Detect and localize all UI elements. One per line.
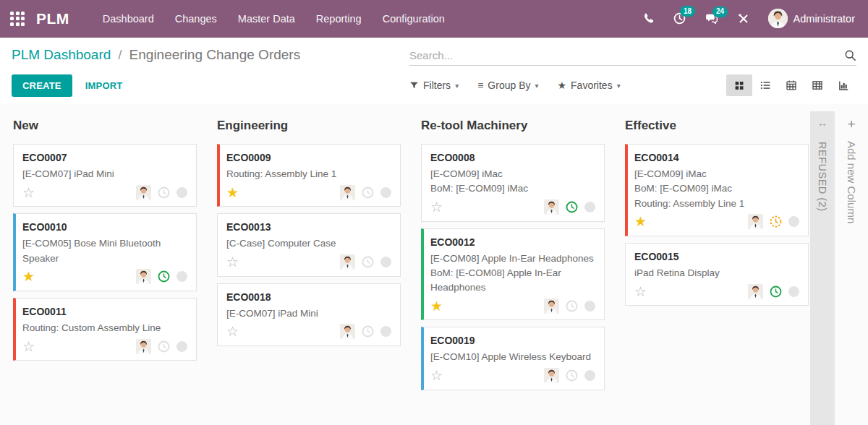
kanban-state-icon[interactable] <box>584 370 595 381</box>
activity-clock-icon[interactable] <box>566 369 578 382</box>
breadcrumb-parent[interactable]: PLM Dashboard <box>12 47 111 63</box>
app-name[interactable]: PLM <box>36 10 69 27</box>
activity-clock-icon[interactable] <box>158 270 170 283</box>
user-menu[interactable]: Administrator <box>768 9 855 28</box>
kanban-card[interactable]: ECO0011 Routing: Custom Assembly Line ☆ <box>13 298 197 361</box>
card-number: ECO0009 <box>226 152 391 163</box>
view-list-button[interactable] <box>752 74 778 96</box>
card-line: BoM: [E-COM09] iMac <box>430 181 595 196</box>
kanban-state-icon[interactable] <box>176 341 187 352</box>
kanban-card[interactable]: ECO0012 [E-COM08] Apple In-Ear Headphone… <box>421 228 605 321</box>
column-title[interactable]: Engineering <box>217 119 401 133</box>
column-title[interactable]: Re-tool Machinery <box>421 119 605 133</box>
activity-clock-icon[interactable] <box>566 201 578 213</box>
card-number: ECO0011 <box>22 306 187 317</box>
phone-icon[interactable] <box>642 12 655 25</box>
menu-item-dashboard[interactable]: Dashboard <box>103 13 154 25</box>
activity-clock-icon[interactable] <box>770 286 782 298</box>
bar-chart-icon <box>838 80 849 91</box>
kanban-card[interactable]: ECO0014 [E-COM09] iMacBoM: [E-COM09] iMa… <box>625 144 809 236</box>
favorite-star-icon[interactable]: ☆ <box>430 200 443 214</box>
view-graph-button[interactable] <box>830 74 856 96</box>
kanban-state-icon[interactable] <box>380 326 391 337</box>
collapsed-column-title: REFUSED (2) <box>817 142 828 212</box>
assignee-avatar <box>544 299 559 314</box>
favorite-star-icon[interactable]: ★ <box>22 270 35 283</box>
star-icon: ★ <box>558 80 567 91</box>
card-line: [E-COM05] Bose Mini Bluetooth Speaker <box>22 236 187 266</box>
favorite-star-icon[interactable]: ☆ <box>22 340 35 353</box>
menu-item-master-data[interactable]: Master Data <box>238 13 295 25</box>
activity-clock-icon[interactable] <box>362 186 374 199</box>
unfold-icon: ↔ <box>817 117 827 129</box>
column-title[interactable]: Effective <box>625 119 809 133</box>
favorite-star-icon[interactable]: ☆ <box>226 325 239 338</box>
kanban-state-icon[interactable] <box>380 187 391 198</box>
menu-item-reporting[interactable]: Reporting <box>316 13 362 25</box>
favorite-star-icon[interactable]: ☆ <box>226 255 239 269</box>
favorite-star-icon[interactable]: ☆ <box>22 186 35 199</box>
kanban-state-icon[interactable] <box>584 301 595 312</box>
menu-item-configuration[interactable]: Configuration <box>383 13 445 25</box>
assignee-avatar <box>748 284 763 299</box>
chevron-down-icon: ▾ <box>455 82 459 90</box>
kanban-state-icon[interactable] <box>176 187 187 198</box>
top-navbar: PLM Dashboard Changes Master Data Report… <box>0 0 868 38</box>
create-button[interactable]: CREATE <box>12 74 72 97</box>
kanban-card[interactable]: ECO0008 [E-COM09] iMacBoM: [E-COM09] iMa… <box>421 144 605 222</box>
card-footer: ★ <box>22 268 187 286</box>
card-body: iPad Retina Display <box>634 266 799 280</box>
tools-icon[interactable] <box>737 12 750 25</box>
activity-clock-icon[interactable] <box>158 186 170 199</box>
import-button[interactable]: IMPORT <box>81 74 127 97</box>
assignee-avatar <box>136 339 151 354</box>
column-title[interactable]: New <box>13 119 197 133</box>
add-new-column-button[interactable]: + Add new Column <box>835 104 868 425</box>
kanban-card[interactable]: ECO0015 iPad Retina Display ☆ <box>625 243 809 306</box>
pivot-icon <box>812 80 823 91</box>
search-input[interactable] <box>409 49 844 61</box>
kanban-state-icon[interactable] <box>788 216 799 227</box>
apps-menu-icon[interactable] <box>10 12 25 26</box>
kanban-state-icon[interactable] <box>584 202 595 212</box>
favorite-star-icon[interactable]: ★ <box>634 215 647 228</box>
favorite-star-icon[interactable]: ★ <box>430 299 443 313</box>
toolbar: CREATE IMPORT Filters ▾ ≡ Group By ▾ ★ F… <box>0 72 868 104</box>
card-body: Routing: Custom Assembly Line <box>22 321 187 335</box>
favorite-star-icon[interactable]: ★ <box>226 186 239 199</box>
kanban-card[interactable]: ECO0013 [C-Case] Computer Case ☆ <box>217 213 401 276</box>
breadcrumb-current: Engineering Change Orders <box>129 47 301 63</box>
kanban-card[interactable]: ECO0018 [E-COM07] iPad Mini ☆ <box>217 283 401 346</box>
favorite-star-icon[interactable]: ☆ <box>634 285 647 299</box>
kanban-state-icon[interactable] <box>176 271 187 282</box>
activity-clock-icon[interactable] <box>362 256 374 268</box>
group-by-dropdown[interactable]: ≡ Group By ▾ <box>477 80 538 91</box>
kanban-state-icon[interactable] <box>788 286 799 297</box>
favorites-dropdown[interactable]: ★ Favorites ▾ <box>558 80 621 91</box>
activity-clock-icon[interactable] <box>566 300 578 312</box>
view-pivot-button[interactable] <box>804 74 830 96</box>
user-name: Administrator <box>793 13 855 25</box>
kanban-card[interactable]: ECO0007 [E-COM07] iPad Mini ☆ <box>13 144 197 207</box>
view-calendar-button[interactable] <box>778 74 804 96</box>
card-body: Routing: Assembly Line 1 <box>226 167 391 181</box>
activity-clock-icon[interactable] <box>362 325 374 338</box>
view-kanban-button[interactable] <box>726 74 752 96</box>
search-options: Filters ▾ ≡ Group By ▾ ★ Favorites ▾ <box>409 80 621 91</box>
favorite-star-icon[interactable]: ☆ <box>430 369 443 382</box>
kanban-card[interactable]: ECO0010 [E-COM05] Bose Mini Bluetooth Sp… <box>13 213 197 291</box>
search-icon[interactable] <box>844 49 856 61</box>
activity-clock-icon[interactable] <box>770 215 782 228</box>
card-footer: ★ <box>226 184 391 201</box>
messages-icon[interactable]: 24 <box>705 12 719 25</box>
assignee-avatar <box>136 185 151 200</box>
kanban-state-icon[interactable] <box>380 257 391 267</box>
activity-clock-icon[interactable] <box>158 340 170 353</box>
kanban-card[interactable]: ECO0019 [E-COM10] Apple Wireless Keyboar… <box>421 327 605 390</box>
menu-item-changes[interactable]: Changes <box>175 13 217 25</box>
activities-icon[interactable]: 18 <box>673 12 686 25</box>
filters-dropdown[interactable]: Filters ▾ <box>409 80 459 91</box>
assignee-avatar <box>544 199 559 215</box>
kanban-card[interactable]: ECO0009 Routing: Assembly Line 1 ★ <box>217 144 401 207</box>
collapsed-column-refused[interactable]: ↔ REFUSED (2) <box>810 111 835 425</box>
